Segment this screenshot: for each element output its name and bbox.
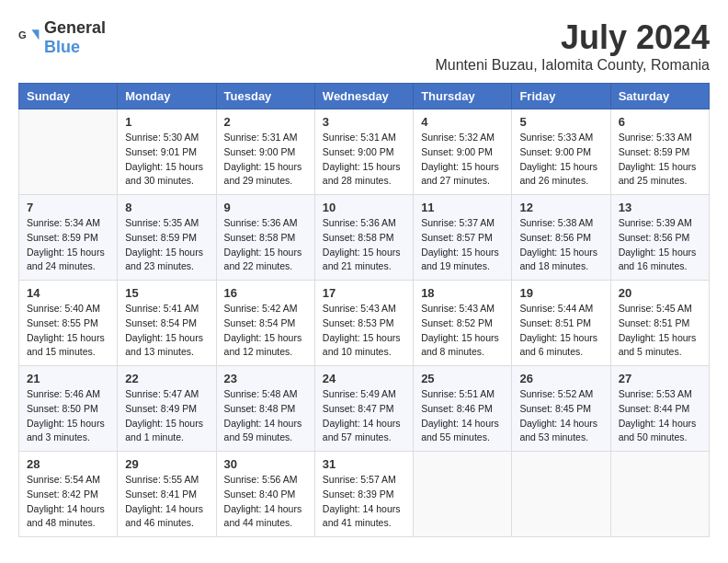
calendar-day-cell: 7Sunrise: 5:34 AM Sunset: 8:59 PM Daylig… [19,195,118,281]
calendar-day-cell: 9Sunrise: 5:36 AM Sunset: 8:58 PM Daylig… [216,195,314,281]
title-section: July 2024 Munteni Buzau, Ialomita County… [435,18,710,74]
day-info: Sunrise: 5:34 AM Sunset: 8:59 PM Dayligh… [27,216,109,274]
calendar-day-cell: 18Sunrise: 5:43 AM Sunset: 8:52 PM Dayli… [414,281,512,366]
day-info: Sunrise: 5:47 AM Sunset: 8:49 PM Dayligh… [125,387,208,445]
calendar-day-cell: 19Sunrise: 5:44 AM Sunset: 8:51 PM Dayli… [512,281,610,366]
day-info: Sunrise: 5:44 AM Sunset: 8:51 PM Dayligh… [519,302,602,360]
day-info: Sunrise: 5:37 AM Sunset: 8:57 PM Dayligh… [421,216,504,274]
svg-marker-1 [31,29,39,40]
day-number: 24 [323,372,405,385]
day-info: Sunrise: 5:35 AM Sunset: 8:59 PM Dayligh… [125,216,208,274]
calendar-day-cell: 24Sunrise: 5:49 AM Sunset: 8:47 PM Dayli… [314,366,413,452]
day-info: Sunrise: 5:36 AM Sunset: 8:58 PM Dayligh… [224,216,307,274]
calendar-day-cell: 26Sunrise: 5:52 AM Sunset: 8:45 PM Dayli… [512,366,610,452]
logo-blue: Blue [44,38,80,56]
day-number: 26 [519,372,602,385]
day-info: Sunrise: 5:39 AM Sunset: 8:56 PM Dayligh… [619,216,701,274]
calendar-day-cell: 2Sunrise: 5:31 AM Sunset: 9:00 PM Daylig… [216,109,314,195]
day-info: Sunrise: 5:46 AM Sunset: 8:50 PM Dayligh… [27,387,109,445]
calendar-day-cell [414,452,512,537]
day-info: Sunrise: 5:31 AM Sunset: 9:00 PM Dayligh… [323,131,405,189]
calendar-day-cell: 4Sunrise: 5:32 AM Sunset: 9:00 PM Daylig… [414,109,512,195]
calendar-day-cell: 20Sunrise: 5:45 AM Sunset: 8:51 PM Dayli… [610,281,709,366]
calendar-day-cell: 16Sunrise: 5:42 AM Sunset: 8:54 PM Dayli… [216,281,314,366]
logo: G General Blue [18,18,106,57]
calendar-day-cell: 14Sunrise: 5:40 AM Sunset: 8:55 PM Dayli… [19,281,118,366]
day-of-week-header: Monday [118,84,216,109]
day-number: 3 [323,115,405,129]
header-row: SundayMondayTuesdayWednesdayThursdayFrid… [19,84,710,109]
day-number: 20 [619,286,701,300]
day-info: Sunrise: 5:52 AM Sunset: 8:45 PM Dayligh… [519,387,602,445]
day-number: 22 [125,372,208,385]
day-number: 25 [421,372,504,385]
calendar-header: SundayMondayTuesdayWednesdayThursdayFrid… [19,84,710,109]
day-number: 17 [323,286,405,300]
day-number: 15 [125,286,208,300]
calendar-day-cell: 5Sunrise: 5:33 AM Sunset: 9:00 PM Daylig… [512,109,610,195]
calendar-day-cell: 30Sunrise: 5:56 AM Sunset: 8:40 PM Dayli… [216,452,314,537]
month-year-title: July 2024 [435,18,710,57]
day-number: 31 [323,457,405,471]
day-number: 14 [27,286,109,300]
day-info: Sunrise: 5:31 AM Sunset: 9:00 PM Dayligh… [224,131,307,189]
day-info: Sunrise: 5:54 AM Sunset: 8:42 PM Dayligh… [27,473,109,531]
calendar-table: SundayMondayTuesdayWednesdayThursdayFrid… [18,83,710,537]
day-number: 12 [519,201,602,214]
day-number: 9 [224,201,307,214]
day-info: Sunrise: 5:33 AM Sunset: 8:59 PM Dayligh… [619,131,701,189]
page-header: G General Blue July 2024 Munteni Buzau, … [18,18,710,74]
day-info: Sunrise: 5:49 AM Sunset: 8:47 PM Dayligh… [323,387,405,445]
calendar-day-cell: 25Sunrise: 5:51 AM Sunset: 8:46 PM Dayli… [414,366,512,452]
location-subtitle: Munteni Buzau, Ialomita County, Romania [435,57,710,74]
calendar-week-row: 7Sunrise: 5:34 AM Sunset: 8:59 PM Daylig… [19,195,710,281]
calendar-day-cell: 13Sunrise: 5:39 AM Sunset: 8:56 PM Dayli… [610,195,709,281]
day-number: 21 [27,372,109,385]
calendar-day-cell: 27Sunrise: 5:53 AM Sunset: 8:44 PM Dayli… [610,366,709,452]
day-of-week-header: Friday [512,84,610,109]
day-number: 13 [619,201,701,214]
calendar-day-cell: 17Sunrise: 5:43 AM Sunset: 8:53 PM Dayli… [314,281,413,366]
calendar-day-cell: 10Sunrise: 5:36 AM Sunset: 8:58 PM Dayli… [314,195,413,281]
calendar-day-cell: 12Sunrise: 5:38 AM Sunset: 8:56 PM Dayli… [512,195,610,281]
day-info: Sunrise: 5:38 AM Sunset: 8:56 PM Dayligh… [519,216,602,274]
day-info: Sunrise: 5:51 AM Sunset: 8:46 PM Dayligh… [421,387,504,445]
day-info: Sunrise: 5:42 AM Sunset: 8:54 PM Dayligh… [224,302,307,360]
logo-icon: G [18,27,40,49]
calendar-day-cell: 29Sunrise: 5:55 AM Sunset: 8:41 PM Dayli… [118,452,216,537]
day-number: 18 [421,286,504,300]
day-number: 29 [125,457,208,471]
calendar-week-row: 14Sunrise: 5:40 AM Sunset: 8:55 PM Dayli… [19,281,710,366]
day-of-week-header: Sunday [19,84,118,109]
day-info: Sunrise: 5:55 AM Sunset: 8:41 PM Dayligh… [125,473,208,531]
day-number: 10 [323,201,405,214]
calendar-day-cell [610,452,709,537]
calendar-day-cell: 22Sunrise: 5:47 AM Sunset: 8:49 PM Dayli… [118,366,216,452]
day-info: Sunrise: 5:41 AM Sunset: 8:54 PM Dayligh… [125,302,208,360]
calendar-week-row: 28Sunrise: 5:54 AM Sunset: 8:42 PM Dayli… [19,452,710,537]
calendar-day-cell: 21Sunrise: 5:46 AM Sunset: 8:50 PM Dayli… [19,366,118,452]
day-info: Sunrise: 5:57 AM Sunset: 8:39 PM Dayligh… [323,473,405,531]
calendar-body: 1Sunrise: 5:30 AM Sunset: 9:01 PM Daylig… [19,109,710,537]
day-number: 16 [224,286,307,300]
calendar-day-cell: 3Sunrise: 5:31 AM Sunset: 9:00 PM Daylig… [314,109,413,195]
day-number: 30 [224,457,307,471]
calendar-day-cell: 1Sunrise: 5:30 AM Sunset: 9:01 PM Daylig… [118,109,216,195]
day-number: 27 [619,372,701,385]
day-number: 6 [619,115,701,129]
day-info: Sunrise: 5:48 AM Sunset: 8:48 PM Dayligh… [224,387,307,445]
day-of-week-header: Tuesday [216,84,314,109]
calendar-day-cell: 11Sunrise: 5:37 AM Sunset: 8:57 PM Dayli… [414,195,512,281]
day-number: 11 [421,201,504,214]
calendar-day-cell: 23Sunrise: 5:48 AM Sunset: 8:48 PM Dayli… [216,366,314,452]
calendar-day-cell: 15Sunrise: 5:41 AM Sunset: 8:54 PM Dayli… [118,281,216,366]
day-number: 19 [519,286,602,300]
calendar-day-cell: 6Sunrise: 5:33 AM Sunset: 8:59 PM Daylig… [610,109,709,195]
day-number: 8 [125,201,208,214]
day-number: 7 [27,201,109,214]
day-number: 5 [519,115,602,129]
day-number: 1 [125,115,208,129]
day-of-week-header: Saturday [610,84,709,109]
day-number: 4 [421,115,504,129]
calendar-day-cell [512,452,610,537]
